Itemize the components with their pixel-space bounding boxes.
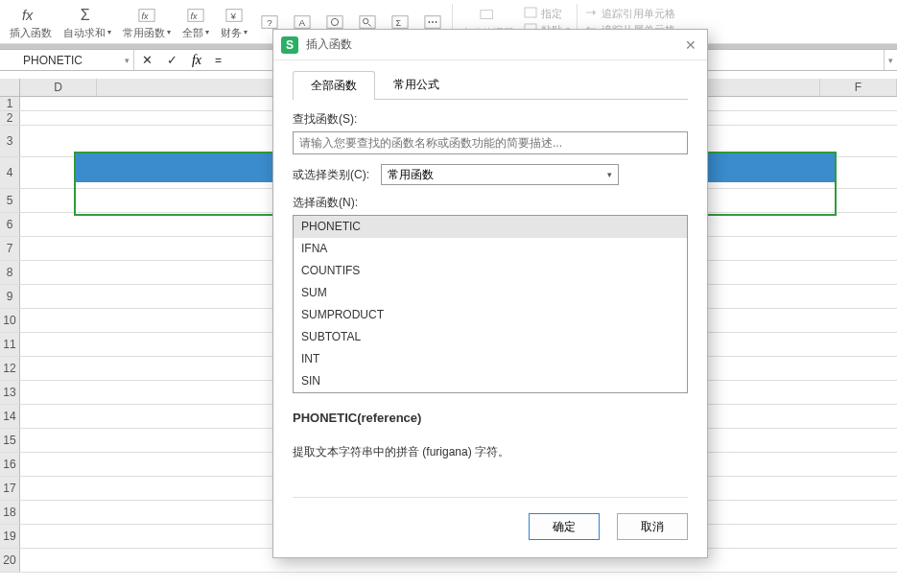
svg-rect-24	[525, 8, 536, 17]
common-functions-button[interactable]: fx 常用函数▾	[117, 0, 177, 43]
row-header[interactable]: 19	[0, 525, 20, 548]
tab-all-functions[interactable]: 全部函数	[293, 71, 375, 100]
tag-icon	[478, 5, 499, 26]
fx-icon[interactable]: fx	[184, 53, 209, 68]
auto-sum-button[interactable]: Σ 自动求和▾	[58, 0, 117, 43]
function-list-item[interactable]: SUMPRODUCT	[294, 304, 687, 326]
auto-sum-label: 自动求和▾	[63, 26, 111, 39]
svg-line-16	[368, 23, 371, 26]
row-header[interactable]: 13	[0, 381, 20, 404]
svg-rect-14	[360, 15, 375, 28]
ok-button[interactable]: 确定	[529, 513, 600, 540]
all-functions-button[interactable]: fx 全部▾	[177, 0, 215, 43]
dialog-tabs: 全部函数 常用公式	[293, 70, 688, 100]
function-list-item[interactable]: SIN	[294, 370, 687, 392]
row-header[interactable]: 2	[0, 111, 20, 125]
column-header[interactable]: F	[820, 79, 897, 96]
svg-point-20	[429, 21, 431, 23]
specify-icon	[524, 7, 537, 21]
finance-label: 财务▾	[221, 26, 248, 39]
function-description-text: 提取文本字符串中的拼音 (furigana) 字符。	[293, 442, 688, 461]
cancel-formula-button[interactable]: ✕	[134, 50, 159, 70]
function-list-item[interactable]: COUNTIFS	[294, 260, 687, 282]
row-header[interactable]: 18	[0, 501, 20, 524]
function-list[interactable]: PHONETICIFNACOUNTIFSSUMSUMPRODUCTSUBTOTA…	[293, 215, 688, 393]
column-header[interactable]: D	[20, 79, 97, 96]
fx-icon: fx	[20, 5, 41, 26]
svg-text:Σ: Σ	[81, 7, 90, 23]
function-description: PHONETIC(reference) 提取文本字符串中的拼音 (furigan…	[293, 411, 688, 461]
row-header[interactable]: 17	[0, 477, 20, 500]
chevron-down-icon: ▾	[607, 170, 612, 179]
svg-rect-23	[480, 10, 492, 18]
svg-text:fx: fx	[142, 11, 150, 20]
svg-marker-27	[593, 10, 596, 15]
cancel-button[interactable]: 取消	[617, 513, 688, 540]
all-functions-label: 全部▾	[182, 26, 209, 39]
category-value: 常用函数	[388, 167, 434, 183]
fx-controls: ✕ ✓ fx	[134, 50, 209, 70]
row-header[interactable]: 15	[0, 429, 20, 452]
row-header[interactable]: 5	[0, 189, 20, 212]
search-label: 查找函数(S):	[293, 111, 688, 128]
box-fx-icon: fx	[185, 5, 206, 26]
star-fx-icon: fx	[136, 5, 157, 26]
yen-icon: ¥	[224, 5, 245, 26]
function-list-item[interactable]: SUBTOTAL	[294, 326, 687, 348]
row-header[interactable]: 6	[0, 213, 20, 236]
chevron-down-icon: ▾	[205, 26, 209, 39]
trace-precedents-icon	[584, 7, 598, 21]
function-list-item[interactable]: INT	[294, 348, 687, 370]
svg-point-22	[436, 21, 437, 23]
trace-precedents-label: 追踪引用单元格	[602, 7, 675, 20]
formula-expand-button[interactable]: ▾	[884, 50, 897, 70]
close-button[interactable]: ✕	[682, 36, 699, 54]
svg-text:¥: ¥	[229, 10, 236, 20]
category-select[interactable]: 常用函数 ▾	[381, 164, 619, 185]
function-list-item[interactable]: SUM	[294, 282, 687, 304]
category-label: 或选择类别(C):	[293, 167, 369, 183]
svg-text:fx: fx	[191, 11, 199, 20]
row-header[interactable]: 10	[0, 309, 20, 332]
chevron-down-icon: ▾	[167, 26, 171, 39]
svg-point-15	[364, 18, 368, 23]
app-icon: S	[281, 36, 298, 54]
svg-text:fx: fx	[22, 7, 34, 22]
name-box-value: PHONETIC	[23, 54, 83, 67]
row-header[interactable]: 1	[0, 97, 20, 110]
dialog-title: 插入函数	[306, 36, 352, 53]
row-header[interactable]: 4	[0, 157, 20, 188]
function-list-item[interactable]: PHONETIC	[294, 216, 687, 238]
dialog-body: 全部函数 常用公式 查找函数(S): 或选择类别(C): 常用函数 ▾ 选择函数…	[273, 60, 707, 557]
svg-text:?: ?	[267, 16, 272, 27]
row-header[interactable]: 3	[0, 126, 20, 156]
search-input[interactable]	[293, 131, 688, 154]
svg-text:A: A	[298, 16, 305, 27]
chevron-down-icon: ▾	[107, 26, 111, 39]
row-header[interactable]: 11	[0, 333, 20, 356]
row-header[interactable]: 7	[0, 237, 20, 260]
function-list-item[interactable]: IFNA	[294, 238, 687, 260]
name-box[interactable]: PHONETIC ▾	[0, 50, 134, 70]
svg-rect-12	[327, 15, 342, 28]
select-all-corner[interactable]	[0, 79, 20, 96]
svg-point-13	[331, 18, 338, 25]
common-functions-label: 常用函数▾	[123, 26, 171, 39]
finance-button[interactable]: ¥ 财务▾	[215, 0, 253, 43]
insert-function-button[interactable]: fx 插入函数	[4, 0, 58, 43]
chevron-down-icon: ▾	[125, 56, 130, 65]
accept-formula-button[interactable]: ✓	[159, 50, 184, 70]
tab-common-formulas[interactable]: 常用公式	[375, 70, 458, 99]
row-header[interactable]: 12	[0, 357, 20, 380]
dialog-buttons: 确定 取消	[293, 497, 688, 557]
sigma-icon: Σ	[77, 5, 98, 26]
dialog-titlebar: S 插入函数 ✕	[273, 30, 707, 60]
insert-function-label: 插入函数	[10, 26, 52, 39]
row-header[interactable]: 8	[0, 261, 20, 284]
function-signature: PHONETIC(reference)	[293, 411, 688, 425]
row-header[interactable]: 14	[0, 405, 20, 428]
row-header[interactable]: 16	[0, 453, 20, 476]
row-header[interactable]: 20	[0, 549, 20, 572]
svg-text:Σ: Σ	[396, 17, 402, 27]
row-header[interactable]: 9	[0, 285, 20, 308]
